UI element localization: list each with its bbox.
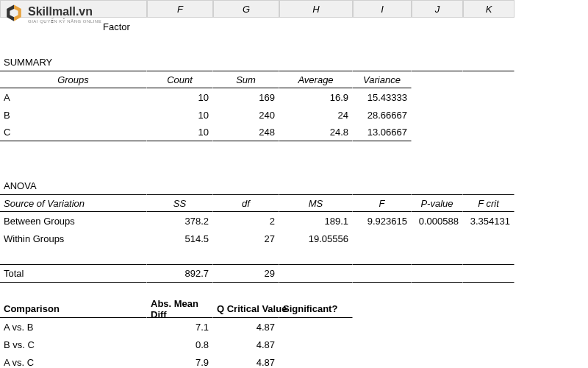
summary-row-b-sum[interactable]: 240 [213,106,279,124]
anova-total-ss[interactable]: 892.7 [147,265,213,283]
anova-row-between-f[interactable]: 9.923615 [353,212,412,230]
cell[interactable] [412,106,463,124]
cell[interactable] [147,177,213,194]
cell[interactable] [279,265,353,283]
cell[interactable] [463,177,514,194]
comp-row-ac-diff[interactable]: 7.9 [147,353,213,368]
summary-row-c-var[interactable]: 13.06667 [353,124,412,141]
cell[interactable] [353,247,412,265]
cell[interactable] [412,300,463,318]
cell[interactable] [213,141,279,159]
cell[interactable] [0,283,147,300]
summary-row-c-group[interactable]: C [0,124,147,141]
cell[interactable] [412,35,463,53]
cell[interactable] [279,353,353,368]
summary-row-a-var[interactable]: 15.43333 [353,88,412,106]
col-header-j[interactable]: J [412,0,463,18]
cell[interactable] [353,336,412,353]
cell[interactable] [463,124,514,141]
cell[interactable] [279,177,353,194]
cell[interactable] [353,18,412,35]
cell[interactable] [147,141,213,159]
summary-row-c-avg[interactable]: 24.8 [279,124,353,141]
summary-row-a-sum[interactable]: 169 [213,88,279,106]
comp-row-ab-qcrit[interactable]: 4.87 [213,318,279,336]
anova-hdr-ms[interactable]: MS [279,194,353,212]
anova-row-between-df[interactable]: 2 [213,212,279,230]
comparison-hdr-diff[interactable]: Abs. Mean Diff [147,300,213,318]
col-header-f[interactable]: F [147,0,213,18]
cell[interactable] [213,18,279,35]
summary-hdr-groups[interactable]: Groups [0,71,147,88]
cell[interactable] [353,265,412,283]
cell[interactable] [463,247,514,265]
cell[interactable] [412,336,463,353]
cell[interactable] [412,71,463,88]
cell[interactable] [412,353,463,368]
cell[interactable] [463,71,514,88]
cell[interactable] [279,283,353,300]
anova-hdr-ss[interactable]: SS [147,194,213,212]
comparison-hdr-sig[interactable]: Significant? [279,300,353,318]
anova-row-between-ss[interactable]: 378.2 [147,212,213,230]
col-header-i[interactable]: I [353,0,412,18]
cell[interactable] [463,318,514,336]
cell[interactable] [412,159,463,177]
cell[interactable] [463,141,514,159]
summary-row-b-avg[interactable]: 24 [279,106,353,124]
cell[interactable] [147,53,213,71]
cell[interactable] [412,265,463,283]
anova-row-within-src[interactable]: Within Groups [0,230,147,247]
cell[interactable] [412,141,463,159]
cell[interactable] [412,283,463,300]
cell[interactable] [463,353,514,368]
col-header-h[interactable]: H [279,0,353,18]
anova-total-label[interactable]: Total [0,265,147,283]
cell[interactable] [412,318,463,336]
comparison-hdr-qcrit[interactable]: Q Critical Value [213,300,279,318]
comp-row-ab-label[interactable]: A vs. B [0,318,147,336]
comp-row-bc-diff[interactable]: 0.8 [147,336,213,353]
cell[interactable] [412,177,463,194]
anova-row-between-ms[interactable]: 189.1 [279,212,353,230]
col-header-k[interactable]: K [463,0,514,18]
cell[interactable] [213,159,279,177]
summary-row-b-var[interactable]: 28.66667 [353,106,412,124]
anova-total-df[interactable]: 29 [213,265,279,283]
cell[interactable] [412,53,463,71]
cell[interactable] [279,318,353,336]
cell[interactable] [279,53,353,71]
anova-row-between-fcrit[interactable]: 3.354131 [463,212,514,230]
cell[interactable] [279,141,353,159]
cell[interactable] [279,247,353,265]
comp-row-bc-qcrit[interactable]: 4.87 [213,336,279,353]
anova-hdr-src[interactable]: Source of Variation [0,194,147,212]
cell[interactable] [412,230,463,247]
anova-hdr-f[interactable]: F [353,194,412,212]
anova-row-within-ms[interactable]: 19.05556 [279,230,353,247]
cell[interactable] [213,177,279,194]
cell[interactable] [353,141,412,159]
cell[interactable] [0,247,147,265]
cell[interactable] [0,141,147,159]
summary-row-a-avg[interactable]: 16.9 [279,88,353,106]
cell[interactable] [353,35,412,53]
summary-row-c-sum[interactable]: 248 [213,124,279,141]
cell[interactable] [353,353,412,368]
summary-row-a-count[interactable]: 10 [147,88,213,106]
cell[interactable] [463,336,514,353]
comp-row-ac-qcrit[interactable]: 4.87 [213,353,279,368]
anova-row-between-pval[interactable]: 0.000588 [412,212,463,230]
summary-row-b-group[interactable]: B [0,106,147,124]
cell[interactable] [213,35,279,53]
cell[interactable] [279,336,353,353]
cell[interactable] [353,177,412,194]
anova-title[interactable]: ANOVA [0,177,147,194]
anova-hdr-fcrit[interactable]: F crit [463,194,514,212]
summary-hdr-var[interactable]: Variance [353,71,412,88]
cell[interactable] [463,35,514,53]
comparison-title[interactable]: Comparison [0,300,147,318]
cell[interactable] [463,106,514,124]
summary-hdr-count[interactable]: Count [147,71,213,88]
cell[interactable] [412,88,463,106]
